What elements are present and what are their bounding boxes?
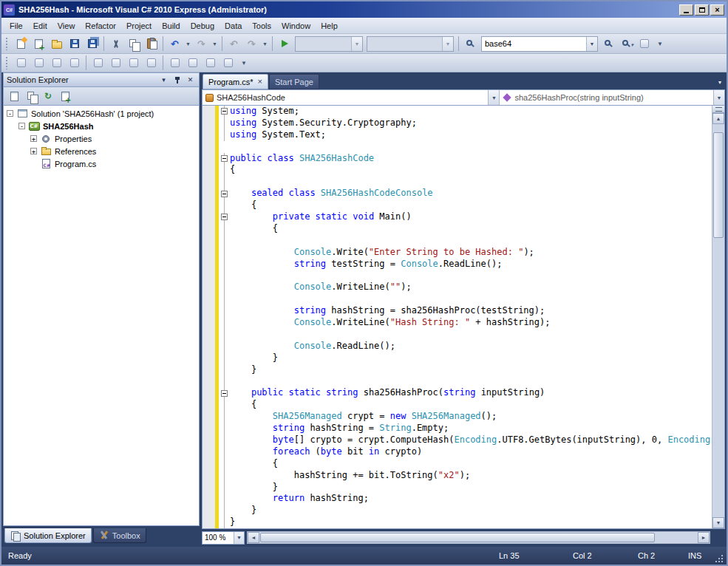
properties-icon[interactable] [6, 89, 22, 103]
navigate-backward-icon[interactable] [225, 35, 242, 52]
member-dropdown[interactable]: sha256HashProc(string inputString) ▼ [500, 90, 724, 105]
collapse-region-icon[interactable] [221, 214, 228, 220]
scroll-up-icon[interactable]: ▲ [712, 113, 724, 124]
expander-icon[interactable]: - [7, 110, 13, 117]
zoom-dropdown[interactable]: 100 % ▼ [202, 531, 245, 545]
solution-platforms-combo[interactable]: ▼ [367, 36, 454, 52]
vertical-scroll-thumb[interactable] [713, 132, 724, 239]
document-tab-program-cs-[interactable]: Program.cs*× [203, 74, 268, 89]
resize-grip[interactable] [713, 551, 725, 565]
toolbar-overflow-icon[interactable]: ▼ [655, 35, 665, 52]
scroll-left-icon[interactable]: ◄ [248, 532, 259, 543]
code-text-area[interactable]: using System;using System.Security.Crypt… [219, 106, 712, 528]
tree-item-sha256hash[interactable]: -SHA256Hash [4, 120, 199, 132]
panel-tab-toolbox[interactable]: Toolbox [93, 528, 146, 543]
collapse-region-icon[interactable] [221, 155, 228, 162]
class-dropdown[interactable]: SHA256HashCode ▼ [203, 90, 500, 105]
find-combo[interactable]: base64▼ [481, 36, 598, 52]
toolbar-overflow-icon[interactable]: ▼ [239, 55, 249, 71]
pin-icon[interactable] [171, 75, 183, 85]
scroll-down-icon[interactable]: ▼ [712, 517, 724, 528]
chevron-down-icon[interactable]: ▼ [442, 37, 453, 51]
menu-item-view[interactable]: View [52, 18, 81, 33]
menu-item-edit[interactable]: Edit [28, 18, 52, 33]
collapse-region-icon[interactable] [221, 108, 228, 115]
horizontal-scrollbar[interactable]: ◄ ► [247, 531, 710, 544]
tree-item-program-cs[interactable]: -Program.cs [4, 157, 199, 170]
indent-decrease-icon[interactable] [89, 55, 106, 71]
add-new-item-icon[interactable] [30, 35, 47, 52]
chevron-down-icon[interactable]: ▼ [351, 37, 362, 51]
close-panel-icon[interactable]: ✕ [185, 75, 196, 85]
dropdown-arrow-icon[interactable]: ▼ [184, 35, 192, 52]
cut-icon[interactable] [107, 35, 124, 52]
display-member-list-icon[interactable] [13, 55, 30, 71]
toolbar-grip[interactable] [5, 56, 10, 69]
chevron-down-icon[interactable]: ▼ [234, 532, 244, 544]
tree-item-references[interactable]: +References [4, 145, 199, 157]
close-button[interactable]: × [710, 4, 724, 16]
expander-icon[interactable]: + [30, 148, 37, 154]
parameter-info-icon[interactable] [30, 55, 47, 71]
clear-bookmarks-icon[interactable] [220, 55, 237, 71]
previous-bookmark-icon[interactable] [184, 55, 201, 71]
menu-item-project[interactable]: Project [121, 18, 157, 33]
collapse-region-icon[interactable] [221, 191, 228, 197]
find-options-icon[interactable] [618, 35, 635, 52]
find-next-icon[interactable] [600, 35, 617, 52]
toolbar-grip[interactable] [5, 37, 10, 50]
paste-icon[interactable] [143, 35, 160, 52]
save-all-icon[interactable] [84, 35, 101, 52]
undo-icon[interactable] [166, 35, 183, 52]
tree-item-properties[interactable]: +Properties [4, 132, 199, 145]
navigate-forward-icon[interactable] [243, 35, 260, 52]
title-bar[interactable]: C# SHA256Hash - Microsoft Visual C# 2010… [1, 1, 727, 18]
chevron-down-icon[interactable]: ▼ [713, 90, 724, 105]
document-list-dropdown-icon[interactable]: ▾ [718, 79, 721, 86]
menu-item-build[interactable]: Build [157, 18, 185, 33]
menu-item-tools[interactable]: Tools [247, 18, 276, 33]
start-debug-icon[interactable] [276, 35, 293, 52]
menu-item-refactor[interactable]: Refactor [80, 18, 121, 33]
quick-info-icon[interactable] [48, 55, 65, 71]
tree-item-solution-sha256hash-1-project-[interactable]: -Solution 'SHA256Hash' (1 project) [4, 107, 199, 120]
word-completion-icon[interactable] [66, 55, 83, 71]
scroll-right-icon[interactable]: ► [698, 532, 710, 543]
minimize-button[interactable] [679, 4, 693, 16]
window-position-icon[interactable]: ▾ [158, 75, 169, 85]
vertical-scroll-track[interactable] [712, 124, 724, 517]
maximize-button[interactable] [695, 4, 709, 16]
refresh-icon[interactable] [40, 89, 56, 103]
save-icon[interactable] [66, 35, 83, 52]
redo-icon[interactable] [193, 35, 210, 52]
uncomment-selection-icon[interactable] [143, 55, 160, 71]
window-layout-icon[interactable] [636, 35, 653, 52]
expander-icon[interactable]: - [18, 123, 25, 129]
copy-icon[interactable] [125, 35, 142, 52]
show-all-files-icon[interactable] [23, 89, 39, 103]
splitter-handle[interactable] [712, 106, 724, 113]
indent-increase-icon[interactable] [107, 55, 124, 71]
collapse-region-icon[interactable] [221, 390, 228, 397]
comment-selection-icon[interactable] [125, 55, 142, 71]
menu-item-data[interactable]: Data [220, 18, 247, 33]
chevron-down-icon[interactable]: ▼ [488, 90, 499, 105]
next-bookmark-icon[interactable] [202, 55, 219, 71]
open-file-icon[interactable] [48, 35, 65, 52]
vertical-scrollbar[interactable]: ▲ ▼ [712, 106, 724, 528]
horizontal-scroll-track[interactable] [259, 532, 698, 543]
toggle-bookmark-icon[interactable] [166, 55, 183, 71]
chevron-down-icon[interactable]: ▼ [586, 37, 597, 51]
find-in-files-icon[interactable] [462, 35, 479, 52]
menu-item-window[interactable]: Window [276, 18, 316, 33]
solution-configurations-combo[interactable]: ▼ [295, 36, 363, 52]
close-tab-icon[interactable]: × [258, 78, 262, 86]
expander-icon[interactable]: + [30, 135, 37, 142]
code-editor[interactable]: using System;using System.Security.Crypt… [202, 106, 725, 529]
panel-tab-solution-explorer[interactable]: Solution Explorer [4, 528, 92, 543]
menu-item-help[interactable]: Help [316, 18, 343, 33]
document-tab-start-page[interactable]: Start Page [269, 74, 319, 89]
menu-item-file[interactable]: File [4, 18, 28, 33]
dropdown-arrow-icon[interactable]: ▼ [211, 35, 219, 52]
new-project-icon[interactable] [13, 35, 30, 52]
